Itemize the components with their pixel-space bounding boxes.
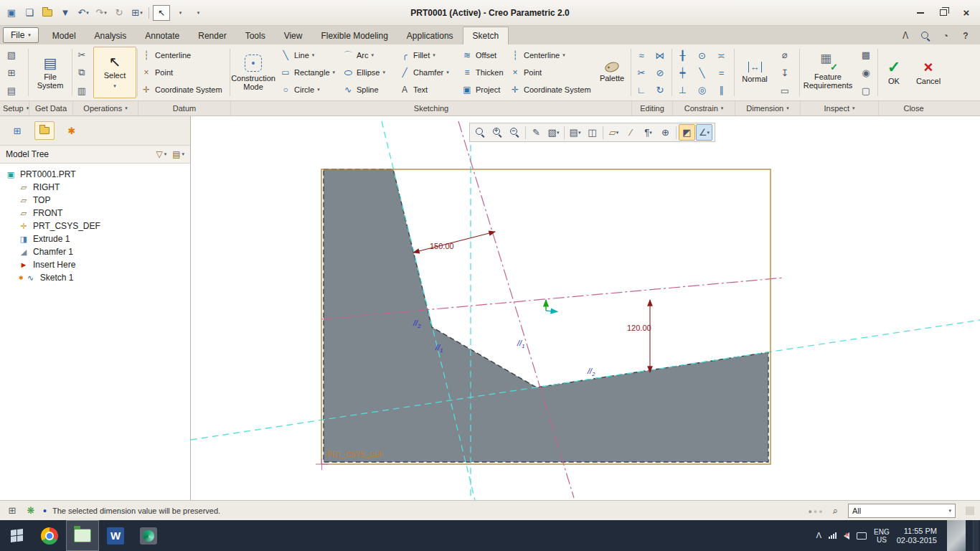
vertical-constraint-button[interactable]: ╂ (673, 47, 692, 64)
folder-browser-tab[interactable] (34, 121, 55, 140)
tree-item-sketch[interactable]: ✱∿Sketch 1 (0, 271, 190, 284)
tree-item-csys[interactable]: ✛PRT_CSYS_DEF (0, 220, 190, 232)
project-tool-button[interactable]: ▣Project (459, 81, 505, 98)
baseline-dimension-button[interactable]: ↧ (776, 65, 793, 80)
find-icon[interactable]: ⌕ (833, 505, 838, 517)
tab-analysis[interactable]: Analysis (85, 27, 136, 44)
tab-sketch[interactable]: Sketch (463, 27, 509, 44)
cancel-button[interactable]: × Cancel (912, 47, 945, 98)
community-icon[interactable]: ◔ (940, 30, 951, 42)
tree-item-insert-here[interactable]: ►Insert Here (0, 258, 190, 271)
sketch-view-button[interactable]: ◩ (679, 124, 695, 141)
offset-tool-button[interactable]: ≋Offset (459, 47, 505, 64)
references-button[interactable]: ⊞ (3, 65, 20, 80)
file-menu-button[interactable]: File▾ (3, 27, 39, 43)
sketch-setup-button[interactable]: ▧ (3, 47, 20, 62)
datum-point-button[interactable]: ×Point (138, 64, 229, 81)
parallel-constraint-label[interactable]: //2 (587, 367, 595, 377)
sketch-point-button[interactable]: ×Point (507, 64, 592, 81)
word-taskbar-button[interactable]: W (99, 520, 132, 551)
tree-item-top-plane[interactable]: ▱TOP (0, 194, 190, 207)
select-arrow-button[interactable]: ↖ (153, 5, 170, 21)
ellipse-tool-button[interactable]: Ellipse▾ (340, 64, 395, 81)
datum-display-axes-button[interactable]: ∕ (623, 124, 639, 141)
rotate-resize-button[interactable]: ↻ (651, 81, 669, 98)
tree-item-front-plane[interactable]: ▱FRONT (0, 207, 190, 220)
show-desktop-button[interactable] (973, 520, 979, 551)
tree-item-extrude[interactable]: ◨Extrude 1 (0, 232, 190, 245)
csys-label[interactable]: PRT_CSYS_DEF (327, 451, 383, 458)
inspect-group-label[interactable]: Inspect▾ (801, 101, 879, 116)
horizontal-constraint-button[interactable]: ┿ (673, 64, 692, 81)
delete-segment-button[interactable]: ⊘ (651, 64, 669, 81)
line-tool-button[interactable]: ╲Line▾ (278, 47, 338, 64)
clock[interactable]: 11:55 PM 02-03-2015 (897, 527, 940, 545)
setup-group-label[interactable]: Setup▾ (3, 101, 29, 116)
zoom-in-button[interactable]: + (489, 124, 506, 141)
operations-group-label[interactable]: Operations▾ (73, 101, 138, 116)
show-hidden-icons-button[interactable]: ᐱ (816, 531, 822, 540)
input-device-icon[interactable] (857, 532, 867, 540)
select-mode-dropdown[interactable]: ▾ (172, 5, 188, 21)
dimension-120[interactable]: 120.00 (627, 300, 651, 372)
parallel-constraint-button[interactable]: ∥ (712, 81, 731, 98)
network-icon[interactable] (829, 532, 837, 539)
mirror-button[interactable]: ⋈ (651, 47, 669, 64)
tree-item-right-plane[interactable]: ▱RIGHT (0, 181, 190, 194)
redo-button[interactable]: ↷▾ (93, 5, 109, 21)
tree-filter-button[interactable]: ▽▾ (156, 149, 166, 159)
zoom-out-button[interactable]: − (507, 124, 523, 141)
restore-button[interactable] (937, 7, 950, 19)
tab-view[interactable]: View (275, 27, 312, 44)
display-style-button[interactable]: ▧▾ (545, 124, 562, 141)
circle-tool-button[interactable]: ○Circle▾ (278, 81, 338, 98)
collapse-ribbon-icon[interactable]: ᐱ (900, 30, 911, 42)
feature-requirements-button[interactable]: ▦✓ Feature Requirements (801, 47, 855, 98)
cut-button[interactable]: ✂ (73, 47, 90, 62)
copy-button[interactable]: ⧉ (73, 65, 90, 80)
dimension-value[interactable]: 150.00 (430, 242, 454, 250)
corner-button[interactable]: ∟ (632, 81, 651, 98)
divide-button[interactable]: ✂ (632, 64, 651, 81)
modify-button[interactable]: ≈ (632, 47, 651, 64)
rectangle-tool-button[interactable]: ▭Rectangle▾ (278, 64, 338, 81)
mid-point-constraint-button[interactable]: ╲ (692, 64, 712, 81)
tree-columns-button[interactable]: ▤▾ (172, 149, 184, 159)
minimize-button[interactable] (914, 7, 927, 19)
highlight-open-ends-button[interactable]: ◉ (857, 65, 875, 80)
volume-muted-icon[interactable] (844, 532, 849, 540)
thicken-tool-button[interactable]: ≡Thicken (459, 64, 505, 81)
sketch-centerline-button[interactable]: ┆Centerline▾ (507, 47, 592, 64)
close-button[interactable]: × (960, 7, 973, 19)
ok-button[interactable]: ✓ OK (879, 47, 909, 98)
construction-mode-button[interactable]: Construction Mode (231, 47, 275, 98)
normal-dimension-button[interactable]: ↔ Normal (735, 47, 774, 98)
paste-button[interactable]: ▥ (73, 83, 90, 98)
perpendicular-constraint-button[interactable]: ⊥ (673, 81, 692, 98)
regenerate-button[interactable]: ↻ (111, 5, 127, 21)
reference-dimension-button[interactable]: ▭ (776, 83, 793, 98)
spin-center-button[interactable]: ⊕ (657, 124, 674, 141)
tab-tools[interactable]: Tools (236, 27, 275, 44)
sketch-display-button[interactable]: ∠▾ (696, 124, 712, 141)
chamfer-tool-button[interactable]: ╱Chamfer▾ (397, 64, 457, 81)
language-indicator[interactable]: ENG US (874, 528, 890, 544)
sketch-canvas[interactable]: 150.00 120.00 //2 //1 //1 //2 PRT_CS (191, 116, 980, 500)
creo-window-taskbar-button[interactable] (66, 520, 99, 551)
saved-orientations-button[interactable]: ▤▾ (567, 124, 583, 141)
parallel-constraint-label[interactable]: //1 (517, 339, 524, 349)
annotation-display-button[interactable]: ¶▾ (640, 124, 656, 141)
new-document-button[interactable]: ❏ (22, 5, 37, 21)
datum-coordinate-system-button[interactable]: ✛Coordinate System (138, 81, 229, 98)
arc-tool-button[interactable]: ⌒Arc▾ (340, 47, 395, 64)
undo-button[interactable]: ↶▾ (75, 5, 91, 21)
start-button[interactable] (0, 520, 33, 551)
shade-closed-loops-button[interactable]: ▩ (857, 47, 875, 62)
tab-model[interactable]: Model (43, 27, 85, 44)
tab-applications[interactable]: Applications (397, 27, 463, 44)
overlapping-geometry-button[interactable]: ▢ (857, 83, 875, 98)
coordinate-system-marker[interactable] (546, 300, 557, 312)
constrain-group-label[interactable]: Constrain▾ (673, 101, 735, 116)
search-filter-select[interactable]: All ▾ (848, 504, 956, 518)
creo-parametric-taskbar-button[interactable] (132, 520, 165, 551)
